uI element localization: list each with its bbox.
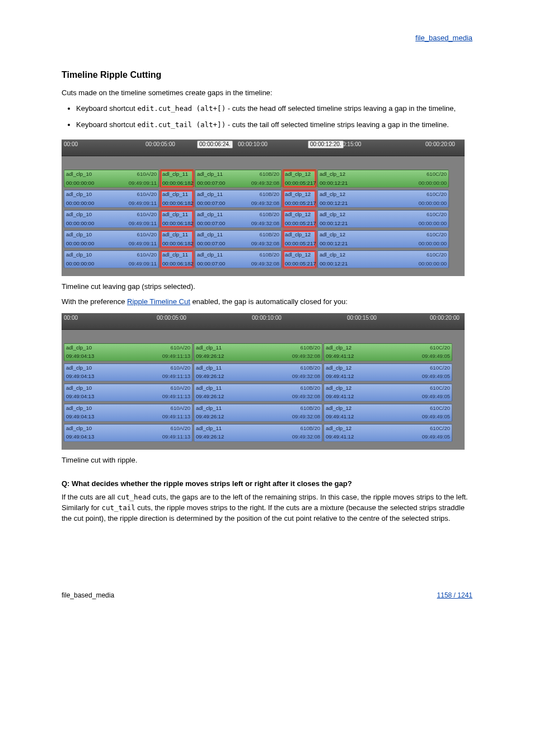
clip-tc-right: 09:49:32:08 bbox=[292, 394, 320, 400]
timeline-clip[interactable]: adl_clp_12610C/2009:49:41:1209:49:49:05 bbox=[324, 343, 452, 361]
timeline-clip[interactable]: adl_clp_12610C/2009:49:41:1209:49:49:05 bbox=[324, 384, 452, 402]
timeline-clip[interactable]: adl_clp_10610A/2009:49:04:1309:49:11:13 bbox=[64, 404, 193, 422]
clip-name: adl_clp_12 bbox=[320, 192, 345, 198]
timeline-clip[interactable]: adl_clp_1100:00:06:182 bbox=[160, 230, 194, 248]
clip-name: adl_clp_11 bbox=[197, 232, 223, 238]
ruler-tick: 00:00 bbox=[64, 141, 78, 147]
ruler-tick: 00:00:20:00 bbox=[430, 315, 460, 321]
clip-tc-right: 09:49:49:05 bbox=[422, 374, 450, 380]
timeline-clip[interactable]: adl_clp_1100:00:06:182 bbox=[160, 170, 194, 188]
clip-tc-left: 00:00:06:182 bbox=[162, 261, 193, 267]
pref-link[interactable]: Ripple Timeline Cut bbox=[127, 297, 190, 306]
clip-name: adl_clp_12 bbox=[320, 232, 345, 238]
timeline-clip[interactable]: adl_clp_12610C/2000:00:12:2100:00:00:00 bbox=[317, 210, 449, 228]
clip-name: adl_clp_11 bbox=[196, 345, 222, 351]
timeline-clip[interactable]: adl_clp_10610A/2009:49:04:1309:49:11:13 bbox=[64, 424, 193, 442]
ruler-marker[interactable]: 00:00:12:20. bbox=[308, 141, 344, 148]
clip-tc-left: 00:00:12:21 bbox=[320, 180, 348, 186]
clip-tc-left: 09:49:26:12 bbox=[196, 414, 224, 420]
timeline-clip[interactable]: adl_clp_10610A/2009:49:04:1309:49:11:13 bbox=[64, 343, 193, 361]
timeline-clip[interactable]: adl_clp_10610A/2000:00:00:0009:49:09:11 bbox=[64, 190, 159, 208]
timeline-track: adl_clp_10610A/2009:49:04:1309:49:11:13a… bbox=[64, 384, 462, 402]
clip-tc-left: 09:49:41:12 bbox=[326, 353, 354, 360]
clip-meta: 610C/20 bbox=[430, 426, 450, 432]
clip-name: adl_clp_11 bbox=[197, 171, 223, 178]
clip-meta: 610A/20 bbox=[171, 345, 190, 351]
clip-name: adl_clp_12 bbox=[285, 192, 311, 198]
timeline-clip[interactable]: adl_clp_12610C/2000:00:12:2100:00:00:00 bbox=[317, 170, 449, 188]
clip-name: adl_clp_11 bbox=[196, 365, 222, 371]
timeline-clip[interactable]: adl_clp_12610C/2009:49:41:1209:49:49:05 bbox=[324, 404, 452, 422]
timeline-clip[interactable]: adl_clp_11610B/2000:00:07:0009:49:32:08 bbox=[195, 190, 282, 208]
clip-meta: 610B/20 bbox=[301, 385, 320, 391]
clip-tc-right: 09:49:32:08 bbox=[251, 261, 279, 267]
ruler-tick: 00:00:05:00 bbox=[157, 315, 186, 321]
timeline-clip[interactable]: adl_clp_11610B/2009:49:26:1209:49:32:08 bbox=[194, 363, 322, 381]
text: If the cuts are all bbox=[62, 493, 117, 501]
clip-tc-left: 00:00:06:182 bbox=[162, 200, 193, 207]
clip-tc-left: 09:49:04:13 bbox=[66, 414, 94, 420]
bullet-item: Keyboard shortcut edit.cut_head (alt+[) … bbox=[76, 103, 472, 115]
clip-tc-left: 00:00:12:21 bbox=[320, 261, 348, 267]
caption: Timeline cut with ripple. bbox=[62, 455, 472, 466]
clip-name: adl_clp_10 bbox=[66, 345, 92, 351]
clip-name: adl_clp_10 bbox=[66, 385, 92, 391]
timeline-clip[interactable]: adl_clp_10610A/2009:49:04:1309:49:11:13 bbox=[64, 363, 193, 381]
timeline-clip[interactable]: adl_clp_10610A/2000:00:00:0009:49:09:11 bbox=[64, 210, 159, 228]
timeline-clip[interactable]: adl_clp_12610C/2000:00:12:2100:00:00:00 bbox=[317, 250, 449, 268]
timeline-ruler[interactable]: 00:00 00:00:05:00 00:00:10:00 00:00:15:0… bbox=[62, 313, 465, 330]
timeline-clip[interactable]: adl_clp_10610A/2009:49:04:1309:49:11:13 bbox=[64, 384, 193, 402]
clip-tc-right: 09:49:32:08 bbox=[251, 180, 279, 186]
timeline-clip[interactable]: adl_clp_11610B/2009:49:26:1209:49:32:08 bbox=[194, 384, 322, 402]
timeline-clip[interactable]: adl_clp_11610B/2009:49:26:1209:49:32:08 bbox=[194, 424, 322, 442]
timeline-clip[interactable]: adl_clp_11610B/2000:00:07:0009:49:32:08 bbox=[195, 170, 282, 188]
clip-meta: 610B/20 bbox=[301, 405, 320, 412]
clip-meta: 610B/20 bbox=[260, 212, 279, 218]
timeline-clip[interactable]: adl_clp_1200:00:05:217 bbox=[283, 250, 316, 268]
timeline-clip[interactable]: adl_clp_1200:00:05:217 bbox=[283, 210, 316, 228]
clip-tc-right: 09:49:32:08 bbox=[251, 200, 279, 207]
clip-meta: 610B/20 bbox=[260, 232, 279, 238]
header-link[interactable]: file_based_media bbox=[62, 34, 472, 42]
timeline-clip[interactable]: adl_clp_1100:00:06:182 bbox=[160, 250, 194, 268]
clip-name: adl_clp_11 bbox=[197, 192, 223, 198]
clip-tc-left: 00:00:12:21 bbox=[320, 221, 348, 227]
timeline-clip[interactable]: adl_clp_10610A/2000:00:00:0009:49:09:11 bbox=[64, 230, 159, 248]
timeline-body: adl_clp_10610A/2000:00:00:0009:49:09:11a… bbox=[62, 156, 465, 276]
timeline-clip[interactable]: adl_clp_11610B/2009:49:26:1209:49:32:08 bbox=[194, 343, 322, 361]
timeline-clip[interactable]: adl_clp_1200:00:05:217 bbox=[283, 230, 316, 248]
footer-page-link[interactable]: 1158 / 1241 bbox=[437, 591, 472, 599]
clip-meta: 610C/20 bbox=[427, 252, 447, 258]
clip-tc-right: 09:49:11:13 bbox=[162, 353, 190, 360]
bullet-item: Keyboard shortcut edit.cut_tail (alt+]) … bbox=[76, 119, 472, 131]
timeline-clip[interactable]: adl_clp_12610C/2000:00:12:2100:00:00:00 bbox=[317, 190, 449, 208]
clip-name: adl_clp_10 bbox=[66, 426, 92, 432]
timeline-clip[interactable]: adl_clp_12610C/2000:00:12:2100:00:00:00 bbox=[317, 230, 449, 248]
timeline-clip[interactable]: adl_clp_1100:00:06:182 bbox=[160, 210, 194, 228]
timeline-clip[interactable]: adl_clp_10610A/2000:00:00:0009:49:09:11 bbox=[64, 170, 159, 188]
timeline-clip[interactable]: adl_clp_1200:00:05:217 bbox=[283, 190, 316, 208]
clip-name: adl_clp_11 bbox=[162, 232, 188, 238]
timeline-ruler[interactable]: 00:00 00:00:05:00 00:00:06:24. 00:00:10:… bbox=[62, 139, 465, 156]
timeline-clip[interactable]: adl_clp_10610A/2000:00:00:0009:49:09:11 bbox=[64, 250, 159, 268]
ruler-tick: 00:00:10:00 bbox=[238, 141, 268, 147]
timeline-clip[interactable]: adl_clp_11610B/2009:49:26:1209:49:32:08 bbox=[194, 404, 322, 422]
code: cut_tail bbox=[102, 503, 135, 512]
timeline-clip[interactable]: adl_clp_12610C/2009:49:41:1209:49:49:05 bbox=[324, 424, 452, 442]
clip-name: adl_clp_12 bbox=[285, 232, 311, 238]
timeline-clip[interactable]: adl_clp_12610C/2009:49:41:1209:49:49:05 bbox=[324, 363, 452, 381]
clip-name: adl_clp_10 bbox=[66, 232, 92, 238]
clip-meta: 610B/20 bbox=[301, 426, 320, 432]
faq-question: Q: What decides whether the ripple moves… bbox=[62, 479, 472, 488]
clip-name: adl_clp_12 bbox=[285, 171, 311, 178]
clip-tc-right: 00:00:00:00 bbox=[419, 241, 447, 247]
clip-name: adl_clp_12 bbox=[326, 345, 352, 351]
timeline-clip[interactable]: adl_clp_1100:00:06:182 bbox=[160, 190, 194, 208]
timeline-clip[interactable]: adl_clp_1200:00:05:217 bbox=[283, 170, 316, 188]
timeline-clip[interactable]: adl_clp_11610B/2000:00:07:0009:49:32:08 bbox=[195, 210, 282, 228]
clip-tc-right: 00:00:00:00 bbox=[419, 261, 447, 267]
timeline-clip[interactable]: adl_clp_11610B/2000:00:07:0009:49:32:08 bbox=[195, 230, 282, 248]
timeline-clip[interactable]: adl_clp_11610B/2000:00:07:0009:49:32:08 bbox=[195, 250, 282, 268]
bullet-list: Keyboard shortcut edit.cut_head (alt+[) … bbox=[62, 103, 472, 131]
ruler-marker[interactable]: 00:00:06:24. bbox=[197, 141, 233, 148]
